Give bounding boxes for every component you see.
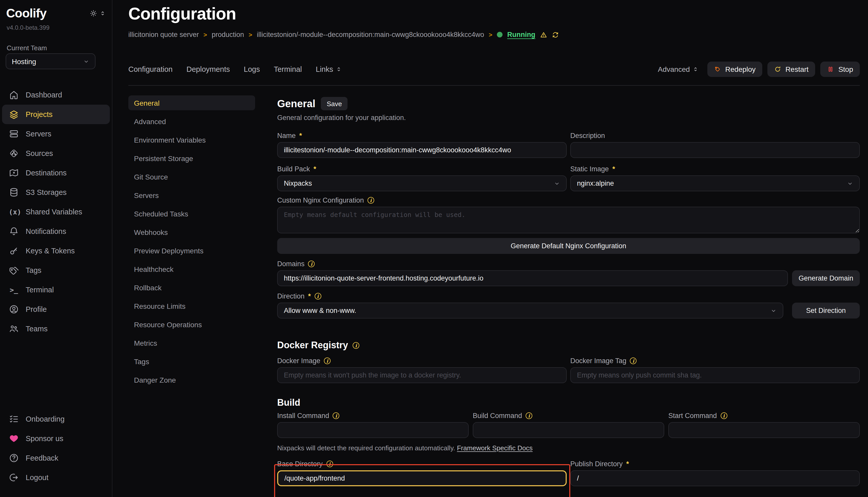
publish-directory-field-group: Publish Directory * <box>570 460 860 486</box>
sidebar-item-sources[interactable]: Sources <box>2 144 110 163</box>
subnav-item-rollback[interactable]: Rollback <box>128 280 255 295</box>
info-icon[interactable]: i <box>324 357 331 364</box>
info-icon[interactable]: i <box>526 412 532 419</box>
team-select[interactable]: Hosting <box>6 53 95 69</box>
sidebar-item-notifications[interactable]: Notifications <box>2 222 110 241</box>
sidebar-item-profile[interactable]: Profile <box>2 300 110 319</box>
sidebar-item-shared-variables[interactable]: (x) Shared Variables <box>2 202 110 222</box>
theme-switcher[interactable] <box>90 10 106 17</box>
redeploy-button[interactable]: Redeploy <box>707 61 762 77</box>
tab-logs[interactable]: Logs <box>244 65 260 73</box>
generate-nginx-config-button[interactable]: Generate Default Nginx Configuration <box>277 238 860 254</box>
sidebar-item-s3-storages[interactable]: S3 Storages <box>2 183 110 202</box>
docker-image-tag-input[interactable] <box>570 367 860 383</box>
generate-domain-button[interactable]: Generate Domain <box>792 270 860 286</box>
server-icon <box>9 129 19 139</box>
build-pack-select[interactable]: Nixpacks <box>277 175 567 191</box>
map-icon <box>9 168 19 178</box>
sidebar-item-onboarding[interactable]: Onboarding <box>2 409 110 429</box>
info-icon[interactable]: i <box>720 412 727 419</box>
static-image-select[interactable]: nginx:alpine <box>570 175 860 191</box>
info-icon[interactable]: i <box>333 412 340 419</box>
sidebar-item-keys-tokens[interactable]: Keys & Tokens <box>2 241 110 260</box>
section-subtitle: General configuration for your applicati… <box>277 114 860 122</box>
tab-deployments[interactable]: Deployments <box>187 65 230 73</box>
info-icon[interactable]: i <box>308 260 315 267</box>
build-command-input[interactable] <box>473 422 664 438</box>
restart-button[interactable]: Restart <box>767 61 815 77</box>
build-pack-field-group: Build Pack * Nixpacks <box>277 165 567 191</box>
breadcrumb-environment[interactable]: production <box>212 31 244 39</box>
advanced-menu[interactable]: Advanced <box>658 65 699 73</box>
tab-terminal[interactable]: Terminal <box>274 65 302 73</box>
direction-select[interactable]: Allow www & non-www. <box>277 303 783 318</box>
info-icon[interactable]: i <box>326 460 333 467</box>
breadcrumb-project[interactable]: illicitonion quote server <box>128 31 199 39</box>
name-field-group: Name * <box>277 132 567 158</box>
subnav-item-git-source[interactable]: Git Source <box>128 169 255 184</box>
subnav-item-resource-operations[interactable]: Resource Operations <box>128 317 255 332</box>
name-input[interactable] <box>277 142 567 158</box>
info-icon[interactable]: i <box>368 197 374 204</box>
tab-configuration[interactable]: Configuration <box>128 65 173 73</box>
sidebar-item-label: Shared Variables <box>26 208 82 216</box>
info-icon[interactable]: i <box>630 357 637 364</box>
tab-links[interactable]: Links <box>316 65 342 73</box>
save-button[interactable]: Save <box>321 97 347 110</box>
subnav-item-tags[interactable]: Tags <box>128 354 255 369</box>
install-command-input[interactable] <box>277 422 469 438</box>
subnav-item-healthcheck[interactable]: Healthcheck <box>128 261 255 276</box>
logo-row: Coolify <box>6 6 106 20</box>
subnav-item-advanced[interactable]: Advanced <box>128 114 255 129</box>
docker-image-label: Docker Image i <box>277 357 567 365</box>
docker-image-tag-label: Docker Image Tag i <box>570 357 860 365</box>
docker-image-input[interactable] <box>277 367 567 383</box>
subnav-item-scheduled-tasks[interactable]: Scheduled Tasks <box>128 206 255 221</box>
info-icon[interactable]: i <box>314 293 321 300</box>
subnav-item-webhooks[interactable]: Webhooks <box>128 225 255 240</box>
breadcrumb-resource[interactable]: illicitestonion/-module--decomposition:m… <box>257 31 484 39</box>
sidebar-item-logout[interactable]: Logout <box>2 468 110 487</box>
warning-icon[interactable] <box>540 31 547 38</box>
stop-button[interactable]: Stop <box>820 61 860 77</box>
user-circle-icon <box>9 304 19 314</box>
framework-docs-link[interactable]: Framework Specific Docs <box>457 444 533 452</box>
subnav-item-metrics[interactable]: Metrics <box>128 336 255 350</box>
sidebar-item-dashboard[interactable]: Dashboard <box>2 85 110 105</box>
sidebar-item-teams[interactable]: Teams <box>2 319 110 339</box>
sidebar-item-feedback[interactable]: Feedback <box>2 448 110 468</box>
static-image-value: nginx:alpine <box>577 180 614 187</box>
publish-directory-input[interactable] <box>570 470 860 486</box>
subnav-item-general[interactable]: General <box>128 95 255 110</box>
base-directory-input[interactable] <box>277 470 567 486</box>
breadcrumb-separator: > <box>204 31 207 38</box>
subnav-item-preview-deployments[interactable]: Preview Deployments <box>128 243 255 258</box>
info-icon[interactable]: i <box>353 342 359 349</box>
description-input[interactable] <box>570 142 860 158</box>
sidebar-item-terminal[interactable]: >_ Terminal <box>2 280 110 300</box>
start-command-field-group: Start Command i <box>668 412 860 438</box>
nginx-config-group: Custom Nginx Configuration i Generate De… <box>277 196 860 254</box>
restart-label: Restart <box>785 65 809 73</box>
subnav-item-danger-zone[interactable]: Danger Zone <box>128 372 255 387</box>
subnav-item-servers[interactable]: Servers <box>128 188 255 203</box>
tags-icon <box>9 265 19 275</box>
publish-directory-label: Publish Directory * <box>570 460 860 468</box>
sidebar-item-sponsor-us[interactable]: Sponsor us <box>2 429 110 448</box>
nginx-config-textarea[interactable] <box>277 207 860 233</box>
subnav-item-persistent-storage[interactable]: Persistent Storage <box>128 151 255 166</box>
subnav-item-resource-limits[interactable]: Resource Limits <box>128 299 255 313</box>
subnav-item-environment-variables[interactable]: Environment Variables <box>128 132 255 147</box>
start-command-input[interactable] <box>668 422 860 438</box>
sidebar-item-destinations[interactable]: Destinations <box>2 163 110 183</box>
header-divider <box>128 85 860 86</box>
domains-input[interactable] <box>277 270 788 286</box>
direction-value: Allow www & non-www. <box>284 307 356 314</box>
key-icon <box>9 246 19 256</box>
set-direction-button[interactable]: Set Direction <box>792 303 860 318</box>
sidebar-item-servers[interactable]: Servers <box>2 124 110 144</box>
sidebar-item-projects[interactable]: Projects <box>2 105 110 124</box>
status-badge[interactable]: Running <box>507 31 535 39</box>
sidebar-item-tags[interactable]: Tags <box>2 260 110 280</box>
refresh-icon[interactable] <box>552 31 559 38</box>
